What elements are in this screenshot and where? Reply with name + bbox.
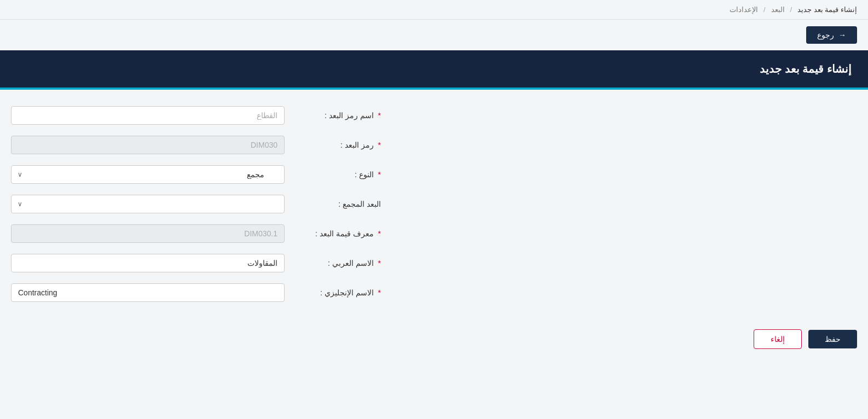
- top-actions-bar: → رجوع: [0, 20, 868, 50]
- input-english-name[interactable]: [11, 283, 285, 302]
- label-text-type: النوع: [359, 170, 374, 179]
- required-marker-3: *: [378, 170, 381, 179]
- breadcrumb-item-settings: الإعدادات: [730, 5, 758, 14]
- label-arabic-name: * الاسم العربي :: [293, 259, 381, 267]
- field-row-english-name: * الاسم الإنجليزي :: [11, 283, 857, 302]
- label-text-dimension-code: رمز البعد: [345, 141, 374, 149]
- required-marker-2: *: [378, 141, 381, 149]
- back-button-label: رجوع: [817, 31, 834, 39]
- breadcrumb: الإعدادات / البعد / إنشاء قيمة بعد جديد: [0, 0, 868, 20]
- select-aggregate-dimension[interactable]: [11, 195, 285, 213]
- input-arabic-name[interactable]: [11, 254, 285, 272]
- back-button[interactable]: → رجوع: [806, 26, 857, 44]
- label-english-name: * الاسم الإنجليزي :: [293, 288, 381, 297]
- breadcrumb-item-current: إنشاء قيمة بعد جديد: [797, 5, 857, 14]
- label-type: * النوع :: [293, 170, 381, 179]
- label-text-aggregate-dimension: البعد المجمع: [343, 200, 381, 208]
- form-container: * اسم رمز البعد : * رمز البعد : * النوع …: [0, 90, 868, 318]
- select-wrapper-aggregate: ∨: [11, 195, 285, 213]
- label-text-dimension-value-id: معرف قيمة البعد: [320, 229, 374, 238]
- cancel-button[interactable]: إلغاء: [754, 329, 802, 349]
- label-dimension-name: * اسم رمز البعد :: [293, 111, 381, 120]
- page-title: إنشاء قيمة بعد جديد: [760, 63, 852, 75]
- required-marker: *: [378, 111, 381, 120]
- input-dimension-name[interactable]: [11, 106, 285, 125]
- field-row-type: * النوع : مجمع بسيط ∨: [11, 165, 857, 184]
- label-dimension-code: * رمز البعد :: [293, 141, 381, 149]
- field-row-dimension-value-id: * معرف قيمة البعد :: [11, 224, 857, 243]
- field-row-dimension-code: * رمز البعد :: [11, 136, 857, 154]
- label-text-english-name: الاسم الإنجليزي: [325, 288, 374, 297]
- field-row-arabic-name: * الاسم العربي :: [11, 254, 857, 272]
- breadcrumb-item-dimension: البعد: [771, 5, 785, 14]
- page-header: إنشاء قيمة بعد جديد: [0, 50, 868, 90]
- field-row-dimension-name: * اسم رمز البعد :: [11, 106, 857, 125]
- input-dimension-code: [11, 136, 285, 154]
- label-dimension-value-id: * معرف قيمة البعد :: [293, 229, 381, 238]
- save-button[interactable]: حفظ: [808, 330, 857, 348]
- required-marker-5: *: [378, 259, 381, 267]
- required-marker-6: *: [378, 288, 381, 297]
- select-type[interactable]: مجمع بسيط: [11, 165, 285, 184]
- required-marker-4: *: [378, 229, 381, 238]
- label-text-dimension-name: اسم رمز البعد: [329, 111, 374, 120]
- field-row-aggregate-dimension: البعد المجمع : ∨: [11, 195, 857, 213]
- back-arrow-icon: →: [838, 31, 846, 39]
- breadcrumb-separator-1: /: [763, 5, 766, 14]
- breadcrumb-separator-2: /: [790, 5, 792, 14]
- input-dimension-value-id: [11, 224, 285, 243]
- form-actions: حفظ إلغاء: [0, 318, 868, 360]
- select-wrapper-type: مجمع بسيط ∨: [11, 165, 285, 184]
- label-aggregate-dimension: البعد المجمع :: [293, 200, 381, 208]
- form-section: * اسم رمز البعد : * رمز البعد : * النوع …: [11, 106, 857, 302]
- label-text-arabic-name: الاسم العربي: [332, 259, 374, 267]
